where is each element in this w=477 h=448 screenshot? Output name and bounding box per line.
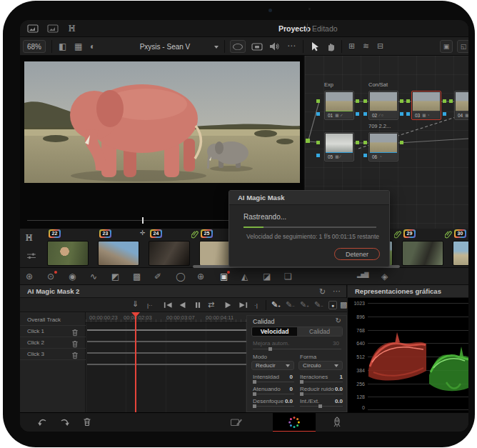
key-icon[interactable]: ◪ (263, 272, 271, 282)
clip-thumb-24[interactable] (149, 241, 190, 266)
reset-icon[interactable]: ↻ (336, 317, 341, 324)
clip-name-dropdown[interactable]: Pxysis - Sean V (119, 43, 211, 51)
stroke-subtract-icon[interactable]: ✎− (314, 300, 323, 309)
color-page-tab-active[interactable] (273, 413, 316, 432)
clip-thumb-30[interactable] (453, 241, 468, 266)
quality-segmented-control[interactable]: Velocidad Calidad (251, 327, 343, 337)
edit-page-icon[interactable] (230, 417, 243, 427)
redo-icon[interactable] (60, 417, 70, 427)
stroke-add-icon[interactable]: ✎+ (300, 300, 309, 309)
mixer-fader-icon[interactable] (26, 252, 37, 260)
tab-velocidad[interactable]: Velocidad (252, 327, 297, 336)
play-icon[interactable] (224, 301, 232, 309)
trash-icon[interactable] (71, 340, 79, 348)
slider-handle[interactable] (253, 392, 256, 396)
color-wheel-icon[interactable]: ⊙ (47, 272, 54, 282)
clip-thumb-22[interactable] (47, 241, 89, 266)
hdr-wheels-icon[interactable]: ◉ (69, 272, 76, 282)
clips-strip-icon[interactable]: ][▪][ (69, 25, 74, 31)
param-slider[interactable] (300, 406, 343, 407)
deliver-page-icon[interactable] (331, 417, 343, 428)
hq-playback-icon[interactable] (251, 41, 263, 51)
slider-handle[interactable] (318, 404, 322, 408)
grid-viewer-icon[interactable]: ▦ (74, 42, 82, 51)
node-swap-icon[interactable]: ⊟ (377, 42, 383, 50)
param-slider[interactable] (253, 382, 294, 382)
clip-thumb-29[interactable] (402, 241, 443, 266)
slider-handle[interactable] (300, 392, 303, 396)
trash-icon[interactable] (71, 352, 79, 359)
pause-icon[interactable] (194, 301, 202, 309)
slider-handle[interactable] (268, 347, 272, 351)
curves-icon[interactable]: ∿ (90, 272, 97, 282)
clip-thumb-23[interactable] (98, 241, 139, 266)
tab-calidad[interactable]: Calidad (297, 327, 342, 336)
node-layers-icon[interactable]: ≋ (363, 42, 369, 50)
speaker-icon[interactable] (268, 41, 280, 51)
slider-handle[interactable] (253, 380, 256, 384)
scrub-playhead[interactable] (142, 217, 144, 224)
picker-icon[interactable]: ✐ (154, 272, 161, 282)
keyframes-panel-icon[interactable]: ◈ (381, 272, 388, 282)
color-warper-icon[interactable]: ▩ (133, 272, 141, 282)
shape-dropdown[interactable]: Círculo (298, 361, 343, 370)
trash-icon[interactable] (71, 329, 79, 337)
more-options-icon[interactable]: ⋯ (333, 287, 341, 295)
step-fwd-icon[interactable]: ·| (254, 302, 258, 309)
power-window-icon[interactable]: ◯ (176, 272, 185, 282)
more-options-icon[interactable]: ⋯ (287, 41, 296, 50)
param-slider[interactable] (253, 394, 294, 394)
pen-subtract-icon[interactable]: ✎− (286, 300, 295, 309)
ai-magic-mask-dialog: AI Magic Mask Rastreando... Velocidad de… (229, 190, 390, 267)
blur-icon[interactable]: ◭ (241, 272, 248, 282)
undo-icon[interactable] (37, 417, 47, 427)
param-slider[interactable] (253, 406, 294, 407)
primary-wheels-icon[interactable]: ⊛ (26, 272, 33, 282)
zoom-level-button[interactable]: 68% (23, 40, 46, 53)
param-slider[interactable] (300, 394, 343, 394)
pen-add-icon[interactable]: ✎+ (271, 300, 281, 309)
lut-browser-button[interactable]: ◱ (457, 40, 468, 53)
matte-pattern-icon[interactable]: ▩ (340, 300, 347, 309)
y-tick: 384 (348, 368, 365, 373)
trash-icon[interactable] (83, 417, 91, 427)
swap-direction-icon[interactable]: ⇄ (208, 300, 214, 309)
notification-dot (54, 271, 57, 274)
single-viewer-icon[interactable]: ◧ (59, 42, 66, 51)
keyframe-icon[interactable]: ⇓ (132, 299, 139, 309)
time-remaining: 00:01:15 restante (332, 233, 379, 240)
auto-improve-slider[interactable] (253, 349, 341, 349)
skip-start-icon[interactable] (163, 301, 173, 309)
mode-dropdown[interactable]: Reducir (251, 361, 294, 370)
gallery-stills-icon[interactable] (27, 24, 39, 34)
dialog-title-bar[interactable]: AI Magic Mask (229, 191, 389, 205)
mask-overlay-button[interactable]: ◯ (230, 40, 246, 53)
split-viewer-icon[interactable]: ◐ (90, 42, 95, 51)
skip-end-icon[interactable] (239, 301, 248, 309)
clips-view-icon[interactable]: ][▪][ (26, 234, 31, 241)
gallery-compare-icon[interactable] (47, 24, 59, 34)
stop-tracking-button[interactable]: Detener (334, 248, 380, 260)
reset-icon[interactable]: ↻ (319, 288, 326, 296)
hand-tool-icon[interactable] (326, 41, 336, 51)
step-back-icon[interactable]: |·· (147, 302, 152, 309)
tab-edited[interactable]: Editado (312, 24, 338, 33)
param-slider[interactable] (300, 382, 343, 382)
tracker-icon[interactable]: ⊕ (197, 272, 204, 282)
cursor-tool-icon[interactable] (310, 41, 320, 51)
add-node-icon[interactable]: ⊞ (348, 42, 355, 50)
video-frame[interactable] (24, 61, 300, 183)
playhead-line[interactable] (135, 312, 136, 412)
play-reverse-icon[interactable] (179, 301, 187, 309)
slider-handle[interactable] (253, 404, 256, 408)
track-row-overall[interactable]: Overall Track (20, 314, 86, 326)
sizing-icon[interactable]: ❏ (284, 272, 292, 282)
slider-handle[interactable] (300, 380, 303, 384)
scopes-histogram-icon[interactable]: ▂▅▇ (357, 272, 368, 278)
gallery-panel-button[interactable]: ▣ (440, 40, 453, 53)
waveform-plot[interactable]: 1023 896 768 640 512 384 256 128 0 (348, 298, 468, 412)
qualifier-icon[interactable]: ◩ (111, 272, 119, 282)
tab-project[interactable]: Proyecto (278, 24, 311, 33)
y-tick: 768 (348, 328, 365, 333)
mask-dot-button[interactable]: ● (328, 301, 337, 309)
